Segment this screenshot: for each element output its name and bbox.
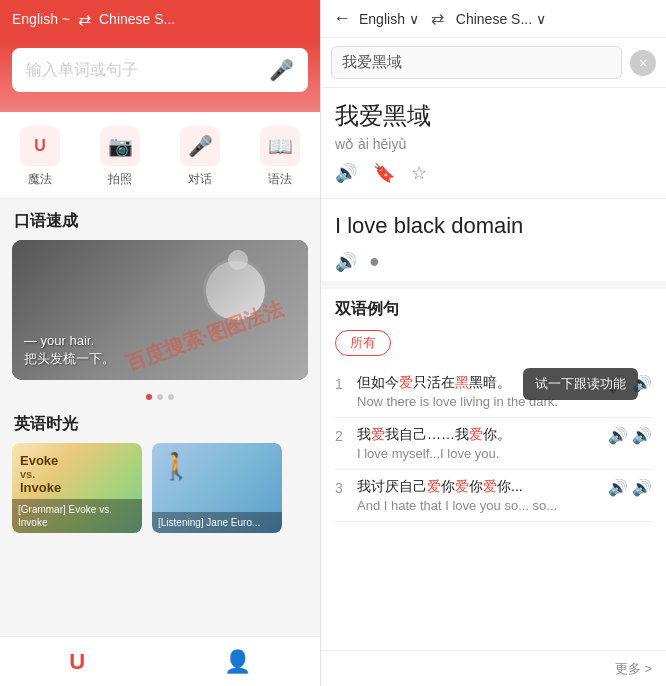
result-english-icons: 🔊 ● [321, 247, 666, 281]
tooltip-box: 试一下跟读功能 [523, 368, 638, 400]
right-lang-to[interactable]: Chinese S... ∨ [456, 11, 546, 27]
vocab-card-1-sub: [Grammar] Evoke vs. Invoke [12, 499, 142, 533]
action-grammar-label: 语法 [268, 171, 292, 188]
action-magic[interactable]: U 魔法 [20, 126, 60, 188]
result-en-speaker-icon[interactable]: ● [369, 251, 380, 273]
ex-sound-icon-2a[interactable]: 🔊 [608, 426, 628, 445]
example-content-3: 我讨厌自己爱你爱你爱你... And I hate that I love yo… [357, 478, 600, 513]
action-grammar[interactable]: 📖 语法 [260, 126, 300, 188]
result-chinese: 我爱黑域 [335, 100, 652, 132]
example-item-3: 3 我讨厌自己爱你爱你爱你... And I hate that I love … [335, 470, 652, 522]
banner-card[interactable]: — your hair. 把头发梳一下。 百度搜索·图图法法 [12, 240, 308, 380]
camera-icon: 📷 [100, 126, 140, 166]
result-icons: 🔊 🔖 ☆ [335, 162, 652, 184]
right-swap-icon[interactable]: ⇄ [431, 9, 444, 28]
examples-section: 双语例句 所有 试一下跟读功能 1 但如今爱只活在黑黑暗。 Now there … [321, 289, 666, 650]
nav-home-icon[interactable]: U [69, 649, 85, 675]
example-zh-2: 我爱我自己……我爱你。 [357, 426, 600, 444]
left-swap-icon[interactable]: ⇄ [78, 10, 91, 29]
banner-dots [0, 390, 320, 406]
left-bottom-nav: U 👤 [0, 636, 320, 686]
grammar-icon: 📖 [260, 126, 300, 166]
result-sound-icon[interactable]: 🔊 [335, 162, 357, 184]
action-dialog-label: 对话 [188, 171, 212, 188]
right-bottom: 更多 > [321, 650, 666, 686]
result-star-icon[interactable]: ☆ [411, 162, 427, 184]
section1-title: 口语速成 [0, 199, 320, 240]
result-pinyin: wǒ ài hēiyù [335, 136, 652, 152]
example-num-1: 1 [335, 374, 349, 392]
ex-sound-icon-2b[interactable]: 🔊 [632, 426, 652, 445]
example-en-3: And I hate that I love you so... so... [357, 498, 600, 513]
banner-bg: — your hair. 把头发梳一下。 百度搜索·图图法法 [12, 240, 308, 380]
divider-1 [321, 198, 666, 199]
left-panel: English ~ ⇄ Chinese S... 输入单词或句子 🎤 U 魔法 … [0, 0, 320, 686]
vocab-card-2[interactable]: 🚶 [Listening] Jane Euro... [152, 443, 282, 533]
vocab-card-1-title: Evoke vs. Invoke [12, 443, 142, 499]
left-quick-actions: U 魔法 📷 拍照 🎤 对话 📖 语法 [0, 112, 320, 199]
dot-3 [168, 394, 174, 400]
left-mic-icon[interactable]: 🎤 [269, 58, 294, 82]
nav-profile-icon[interactable]: 👤 [224, 649, 251, 675]
right-search-area: × [321, 38, 666, 88]
action-photo[interactable]: 📷 拍照 [100, 126, 140, 188]
clear-button[interactable]: × [630, 50, 656, 76]
right-header: ← English ∨ ⇄ Chinese S... ∨ [321, 0, 666, 38]
example-num-2: 2 [335, 426, 349, 444]
left-search-area: 输入单词或句子 🎤 [0, 38, 320, 112]
action-dialog[interactable]: 🎤 对话 [180, 126, 220, 188]
vocab-cards: Evoke vs. Invoke [Grammar] Evoke vs. Inv… [0, 443, 320, 533]
result-en-sound-icon[interactable]: 🔊 [335, 251, 357, 273]
left-search-placeholder: 输入单词或句子 [26, 60, 138, 81]
example-content-2: 我爱我自己……我爱你。 I love myself...I love you. [357, 426, 600, 461]
examples-title: 双语例句 [335, 299, 652, 320]
banner-watermark: 百度搜索·图图法法 [123, 296, 288, 378]
right-search-input[interactable] [331, 46, 622, 79]
dot-1 [146, 394, 152, 400]
left-lang-to[interactable]: Chinese S... [99, 11, 175, 27]
section-divider [321, 281, 666, 289]
dialog-icon: 🎤 [180, 126, 220, 166]
dot-2 [157, 394, 163, 400]
ex-sound-icon-3b[interactable]: 🔊 [632, 478, 652, 497]
right-panel: ← English ∨ ⇄ Chinese S... ∨ × 我爱黑域 wǒ à… [320, 0, 666, 686]
action-magic-label: 魔法 [28, 171, 52, 188]
example-en-2: I love myself...I love you. [357, 446, 600, 461]
ex-sound-icon-3a[interactable]: 🔊 [608, 478, 628, 497]
section2-title: 英语时光 [0, 406, 320, 443]
filter-all-button[interactable]: 所有 [335, 330, 391, 356]
examples-list: 试一下跟读功能 1 但如今爱只活在黑黑暗。 Now there is love … [335, 366, 652, 522]
left-search-box[interactable]: 输入单词或句子 🎤 [12, 48, 308, 92]
right-lang-from[interactable]: English ∨ [359, 11, 419, 27]
example-num-3: 3 [335, 478, 349, 496]
left-lang-from[interactable]: English ~ [12, 11, 70, 27]
more-button[interactable]: 更多 > [615, 660, 652, 678]
example-icons-3: 🔊 🔊 [608, 478, 652, 497]
result-english: I love black domain [321, 203, 666, 247]
left-header: English ~ ⇄ Chinese S... [0, 0, 320, 38]
vocab-card-2-sub: [Listening] Jane Euro... [152, 512, 282, 533]
banner-text: — your hair. 把头发梳一下。 [24, 332, 115, 368]
example-icons-2: 🔊 🔊 [608, 426, 652, 445]
example-zh-3: 我讨厌自己爱你爱你爱你... [357, 478, 600, 496]
vocab-card-1[interactable]: Evoke vs. Invoke [Grammar] Evoke vs. Inv… [12, 443, 142, 533]
action-photo-label: 拍照 [108, 171, 132, 188]
magic-icon: U [20, 126, 60, 166]
result-bookmark-icon[interactable]: 🔖 [373, 162, 395, 184]
back-button[interactable]: ← [333, 8, 351, 29]
example-item-2: 2 我爱我自己……我爱你。 I love myself...I love you… [335, 418, 652, 470]
translation-result: 我爱黑域 wǒ ài hēiyù 🔊 🔖 ☆ [321, 88, 666, 194]
